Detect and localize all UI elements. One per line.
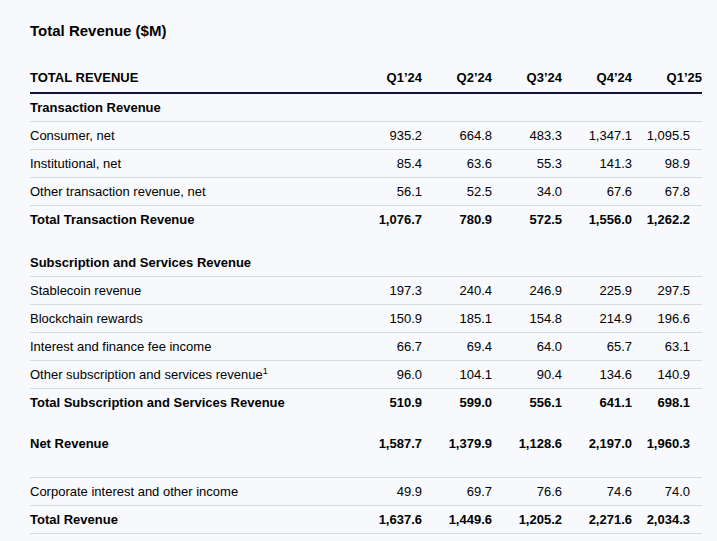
value-cell: 664.8 bbox=[422, 122, 492, 150]
row-label: Stablecoin revenue bbox=[30, 277, 352, 305]
row-label-text: Other subscription and services revenue bbox=[30, 367, 263, 382]
row-label: Blockchain rewards bbox=[30, 305, 352, 333]
value-cell: 85.4 bbox=[352, 150, 422, 178]
value-cell: 1,556.0 bbox=[562, 206, 632, 234]
value-cell: 297.5 bbox=[632, 277, 702, 305]
value-cell: 1,128.6 bbox=[492, 430, 562, 457]
value-cell: 1,449.6 bbox=[422, 506, 492, 534]
value-cell: 104.1 bbox=[422, 361, 492, 389]
row-label: Other transaction revenue, net bbox=[30, 178, 352, 206]
value-cell: 556.1 bbox=[492, 389, 562, 417]
table-row-stablecoin-revenue: Stablecoin revenue 197.3 240.4 246.9 225… bbox=[30, 277, 702, 305]
row-label: Consumer, net bbox=[30, 122, 352, 150]
value-cell: 64.0 bbox=[492, 333, 562, 361]
table-row-total-revenue: Total Revenue 1,637.6 1,449.6 1,205.2 2,… bbox=[30, 506, 702, 534]
table-row-corporate-interest-other-income: Corporate interest and other income 49.9… bbox=[30, 478, 702, 506]
value-cell: 2,271.6 bbox=[562, 506, 632, 534]
value-cell: 74.0 bbox=[632, 478, 702, 506]
table-row-institutional-net: Institutional, net 85.4 63.6 55.3 141.3 … bbox=[30, 150, 702, 178]
row-label: Total Transaction Revenue bbox=[30, 206, 352, 234]
value-cell: 134.6 bbox=[562, 361, 632, 389]
column-header-q3-24: Q3’24 bbox=[492, 70, 562, 93]
value-cell: 1,587.7 bbox=[352, 430, 422, 457]
row-label: Institutional, net bbox=[30, 150, 352, 178]
table-header-label: TOTAL REVENUE bbox=[30, 70, 352, 93]
value-cell: 599.0 bbox=[422, 389, 492, 417]
table-row-interest-finance-fee-income: Interest and finance fee income 66.7 69.… bbox=[30, 333, 702, 361]
column-header-q4-24: Q4’24 bbox=[562, 70, 632, 93]
value-cell: 66.7 bbox=[352, 333, 422, 361]
value-cell: 96.0 bbox=[352, 361, 422, 389]
value-cell: 1,095.5 bbox=[632, 122, 702, 150]
section-spacer bbox=[30, 416, 702, 430]
footnote-marker: 1 bbox=[263, 366, 268, 376]
section-title: Subscription and Services Revenue bbox=[30, 249, 702, 277]
value-cell: 1,205.2 bbox=[492, 506, 562, 534]
row-label: Corporate interest and other income bbox=[30, 478, 352, 506]
section-spacer bbox=[30, 233, 702, 249]
value-cell: 1,960.3 bbox=[632, 430, 702, 457]
value-cell: 1,637.6 bbox=[352, 506, 422, 534]
value-cell: 197.3 bbox=[352, 277, 422, 305]
value-cell: 1,347.1 bbox=[562, 122, 632, 150]
value-cell: 141.3 bbox=[562, 150, 632, 178]
value-cell: 63.6 bbox=[422, 150, 492, 178]
value-cell: 572.5 bbox=[492, 206, 562, 234]
value-cell: 1,076.7 bbox=[352, 206, 422, 234]
section-title: Transaction Revenue bbox=[30, 93, 702, 122]
section-header-transaction-revenue: Transaction Revenue bbox=[30, 93, 702, 122]
page-title: Total Revenue ($M) bbox=[30, 22, 702, 40]
value-cell: 140.9 bbox=[632, 361, 702, 389]
value-cell: 185.1 bbox=[422, 305, 492, 333]
value-cell: 69.7 bbox=[422, 478, 492, 506]
value-cell: 74.6 bbox=[562, 478, 632, 506]
value-cell: 2,034.3 bbox=[632, 506, 702, 534]
row-label: Interest and finance fee income bbox=[30, 333, 352, 361]
value-cell: 225.9 bbox=[562, 277, 632, 305]
value-cell: 240.4 bbox=[422, 277, 492, 305]
table-row-other-transaction-revenue: Other transaction revenue, net 56.1 52.5… bbox=[30, 178, 702, 206]
column-header-q1-24: Q1’24 bbox=[352, 70, 422, 93]
value-cell: 246.9 bbox=[492, 277, 562, 305]
value-cell: 56.1 bbox=[352, 178, 422, 206]
value-cell: 641.1 bbox=[562, 389, 632, 417]
value-cell: 1,379.9 bbox=[422, 430, 492, 457]
section-header-subscription-services-revenue: Subscription and Services Revenue bbox=[30, 249, 702, 277]
table-row-net-revenue: Net Revenue 1,587.7 1,379.9 1,128.6 2,19… bbox=[30, 430, 702, 457]
section-spacer bbox=[30, 457, 702, 478]
value-cell: 2,197.0 bbox=[562, 430, 632, 457]
value-cell: 98.9 bbox=[632, 150, 702, 178]
value-cell: 67.6 bbox=[562, 178, 632, 206]
value-cell: 150.9 bbox=[352, 305, 422, 333]
value-cell: 63.1 bbox=[632, 333, 702, 361]
value-cell: 69.4 bbox=[422, 333, 492, 361]
value-cell: 780.9 bbox=[422, 206, 492, 234]
row-label: Other subscription and services revenue1 bbox=[30, 361, 352, 389]
total-revenue-table: TOTAL REVENUE Q1’24 Q2’24 Q3’24 Q4’24 Q1… bbox=[30, 70, 702, 534]
value-cell: 76.6 bbox=[492, 478, 562, 506]
value-cell: 49.9 bbox=[352, 478, 422, 506]
value-cell: 510.9 bbox=[352, 389, 422, 417]
row-label: Total Subscription and Services Revenue bbox=[30, 389, 352, 417]
column-header-q2-24: Q2’24 bbox=[422, 70, 492, 93]
value-cell: 52.5 bbox=[422, 178, 492, 206]
table-row-other-subscription-services-revenue: Other subscription and services revenue1… bbox=[30, 361, 702, 389]
row-label: Net Revenue bbox=[30, 430, 352, 457]
value-cell: 196.6 bbox=[632, 305, 702, 333]
value-cell: 1,262.2 bbox=[632, 206, 702, 234]
value-cell: 483.3 bbox=[492, 122, 562, 150]
value-cell: 67.8 bbox=[632, 178, 702, 206]
value-cell: 90.4 bbox=[492, 361, 562, 389]
table-row-total-transaction-revenue: Total Transaction Revenue 1,076.7 780.9 … bbox=[30, 206, 702, 234]
row-label: Total Revenue bbox=[30, 506, 352, 534]
column-header-q1-25: Q1’25 bbox=[632, 70, 702, 93]
value-cell: 698.1 bbox=[632, 389, 702, 417]
financial-report-page: Total Revenue ($M) TOTAL REVENUE Q1’24 Q… bbox=[0, 0, 717, 541]
value-cell: 214.9 bbox=[562, 305, 632, 333]
table-row-total-subscription-services-revenue: Total Subscription and Services Revenue … bbox=[30, 389, 702, 417]
value-cell: 55.3 bbox=[492, 150, 562, 178]
value-cell: 154.8 bbox=[492, 305, 562, 333]
table-row-blockchain-rewards: Blockchain rewards 150.9 185.1 154.8 214… bbox=[30, 305, 702, 333]
table-row-consumer-net: Consumer, net 935.2 664.8 483.3 1,347.1 … bbox=[30, 122, 702, 150]
table-header-row: TOTAL REVENUE Q1’24 Q2’24 Q3’24 Q4’24 Q1… bbox=[30, 70, 702, 93]
